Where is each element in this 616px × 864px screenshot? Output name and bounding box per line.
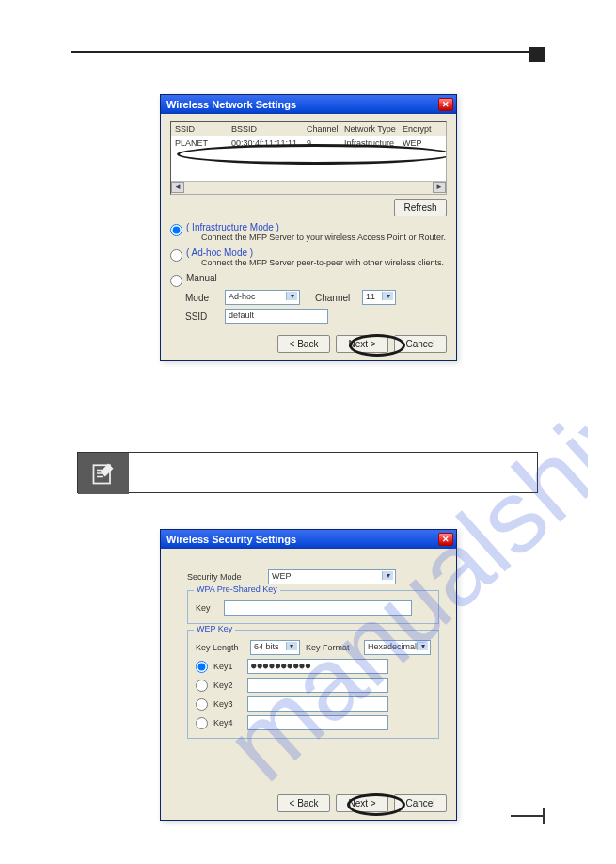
scroll-right-icon[interactable]: ► xyxy=(433,182,446,193)
cell-bssid: 00:30:4f:11:11:11 xyxy=(231,138,307,148)
page-top-rule xyxy=(71,51,545,53)
window-title: Wireless Security Settings xyxy=(166,534,296,545)
adhoc-label: ( Ad-hoc Mode ) xyxy=(186,248,253,258)
adhoc-desc: Connect the MFP Server peer-to-peer with… xyxy=(201,258,444,267)
ssid-input[interactable]: default xyxy=(225,309,328,324)
col-encrypt: Encrypt xyxy=(403,124,436,134)
channel-select[interactable]: 11 xyxy=(362,290,396,305)
key3-radio[interactable] xyxy=(196,698,208,711)
psk-legend: WPA Pre-Shared Key xyxy=(194,584,280,594)
psk-key-label: Key xyxy=(196,603,218,613)
key4-input[interactable] xyxy=(247,715,388,730)
mode-label: Mode xyxy=(185,293,219,303)
key1-radio[interactable] xyxy=(196,661,208,673)
key1-input[interactable]: ●●●●●●●●●● xyxy=(247,659,388,674)
ssid-label: SSID xyxy=(185,312,219,322)
infra-desc: Connect the MFP Server to your wireless … xyxy=(201,232,446,242)
wireless-network-window: Wireless Network Settings ✕ SSID BSSID C… xyxy=(160,94,457,361)
note-bar xyxy=(77,452,538,493)
cell-ssid: PLANET xyxy=(175,138,231,148)
key3-label: Key3 xyxy=(213,699,242,709)
cell-encrypt: WEP xyxy=(403,138,436,148)
key2-input[interactable] xyxy=(247,678,388,693)
back-button[interactable]: < Back xyxy=(277,794,330,812)
col-nettype: Network Type xyxy=(344,124,403,134)
manual-label: Manual xyxy=(186,273,217,283)
window-title: Wireless Network Settings xyxy=(166,99,296,110)
page-corner-mark xyxy=(529,47,545,62)
secmode-label: Security Mode xyxy=(187,572,262,582)
refresh-button[interactable]: Refresh xyxy=(394,199,447,216)
channel-label: Channel xyxy=(315,293,356,303)
close-icon[interactable]: ✕ xyxy=(438,98,453,111)
note-icon xyxy=(78,453,129,494)
page-bottom-tick xyxy=(543,808,545,824)
col-channel: Channel xyxy=(307,124,344,134)
key3-input[interactable] xyxy=(247,696,388,712)
key2-radio[interactable] xyxy=(196,680,208,692)
infra-label: ( Infrastructure Mode ) xyxy=(186,222,279,232)
col-bssid: BSSID xyxy=(231,124,307,134)
titlebar: Wireless Network Settings ✕ xyxy=(161,95,456,114)
cell-nettype: Infrastructure xyxy=(344,138,403,148)
key4-radio[interactable] xyxy=(196,717,208,729)
keyfmt-label: Key Format xyxy=(306,643,358,652)
horizontal-scrollbar[interactable]: ◄ ► xyxy=(171,181,446,194)
mode-select[interactable]: Ad-hoc xyxy=(225,290,300,305)
close-icon[interactable]: ✕ xyxy=(438,533,453,546)
keyfmt-select[interactable]: Hexadecimal xyxy=(364,640,431,655)
infra-radio[interactable] xyxy=(170,224,182,236)
table-row[interactable]: PLANET 00:30:4f:11:11:11 9 Infrastructur… xyxy=(171,136,446,150)
keylen-label: Key Length xyxy=(196,643,245,652)
wep-legend: WEP Key xyxy=(194,624,235,633)
titlebar: Wireless Security Settings ✕ xyxy=(161,530,456,549)
page-bottom-rule xyxy=(511,815,545,817)
next-button[interactable]: Next > xyxy=(336,335,388,353)
psk-key-input[interactable] xyxy=(224,600,412,616)
cancel-button[interactable]: Cancel xyxy=(394,794,447,812)
cell-channel: 9 xyxy=(307,138,344,148)
key4-label: Key4 xyxy=(213,718,242,728)
wireless-security-window: Wireless Security Settings ✕ Security Mo… xyxy=(160,529,457,821)
adhoc-radio[interactable] xyxy=(170,249,182,262)
key2-label: Key2 xyxy=(213,680,242,690)
scroll-left-icon[interactable]: ◄ xyxy=(171,182,184,193)
col-ssid: SSID xyxy=(175,124,231,134)
key1-label: Key1 xyxy=(213,662,242,671)
back-button[interactable]: < Back xyxy=(277,335,330,353)
network-list[interactable]: SSID BSSID Channel Network Type Encrypt … xyxy=(170,121,447,195)
keylen-select[interactable]: 64 bits xyxy=(250,640,300,655)
manual-radio[interactable] xyxy=(170,275,182,287)
secmode-select[interactable]: WEP xyxy=(268,569,396,584)
next-button[interactable]: Next > xyxy=(336,794,388,812)
cancel-button[interactable]: Cancel xyxy=(394,335,447,353)
